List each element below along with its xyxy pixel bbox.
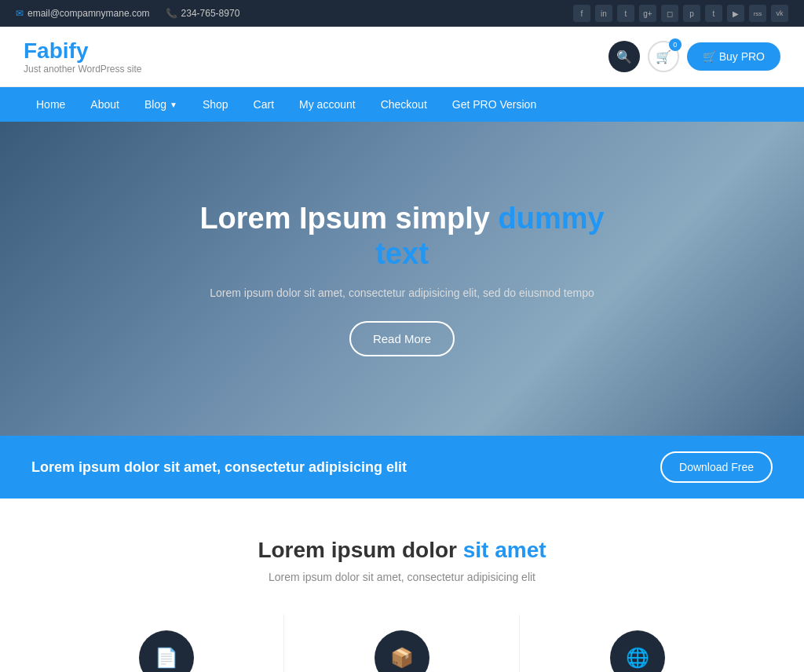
nav-home-label: Home: [36, 98, 65, 111]
social-links: f in t g+ ◻ p t ▶ rss vk: [573, 5, 788, 22]
feature-item-1: 📄: [49, 615, 284, 672]
features-title: Lorem ipsum dolor sit amet: [31, 538, 773, 563]
nav-about[interactable]: About: [78, 87, 132, 122]
vk-icon[interactable]: vk: [771, 5, 788, 22]
logo[interactable]: Fabify Just another WordPress site: [24, 38, 142, 75]
hero-button-label: Read More: [373, 332, 431, 345]
site-header: Fabify Just another WordPress site 🔍 🛒 0…: [0, 27, 804, 87]
nav-get-pro[interactable]: Get PRO Version: [440, 87, 549, 122]
nav-cart[interactable]: Cart: [241, 87, 287, 122]
facebook-icon[interactable]: f: [573, 5, 590, 22]
cta-text: Lorem ipsum dolor sit amet, consectetur …: [31, 459, 407, 476]
search-button[interactable]: 🔍: [608, 41, 640, 72]
cart-icon: 🛒: [656, 49, 671, 64]
nav-home[interactable]: Home: [24, 87, 78, 122]
feature-icon-1: 📄: [139, 630, 194, 672]
cart-badge: 0: [669, 38, 682, 51]
blog-dropdown-icon: ▼: [170, 100, 177, 109]
hero-section: Lorem Ipsum simply dummy text Lorem ipsu…: [0, 122, 804, 436]
features-title-highlight: sit amet: [463, 538, 546, 562]
rss-icon[interactable]: rss: [749, 5, 766, 22]
hero-content: Lorem Ipsum simply dummy text Lorem ipsu…: [166, 185, 638, 373]
nav-my-account-label: My account: [299, 98, 356, 111]
hero-title-part1: Lorem Ipsum simply: [199, 202, 498, 235]
hero-read-more-button[interactable]: Read More: [349, 321, 455, 356]
logo-subtitle: Just another WordPress site: [24, 64, 142, 75]
youtube-icon[interactable]: ▶: [727, 5, 744, 22]
hero-title: Lorem Ipsum simply dummy text: [182, 201, 622, 272]
nav-blog[interactable]: Blog ▼: [132, 87, 190, 122]
feature-icon-3: 🌐: [610, 630, 665, 672]
buy-pro-button[interactable]: 🛒 Buy PRO: [687, 42, 780, 71]
nav-checkout[interactable]: Checkout: [368, 87, 440, 122]
phone-contact: 📞 234-765-8970: [166, 8, 240, 19]
feature-icon-2: 📦: [375, 630, 429, 672]
twitter-icon[interactable]: t: [617, 5, 634, 22]
cart-button[interactable]: 🛒 0: [648, 41, 679, 72]
tumblr-icon[interactable]: t: [705, 5, 722, 22]
features-subtitle: Lorem ipsum dolor sit amet, consectetur …: [31, 571, 773, 583]
buy-pro-label: 🛒 Buy PRO: [703, 50, 765, 63]
feature-icon-3-symbol: 🌐: [626, 647, 649, 669]
features-section: Lorem ipsum dolor sit amet Lorem ipsum d…: [0, 499, 804, 672]
features-row: 📄 📦 🌐: [31, 615, 773, 672]
instagram-icon[interactable]: ◻: [661, 5, 678, 22]
linkedin-icon[interactable]: in: [595, 5, 612, 22]
phone-text: 234-765-8970: [181, 8, 240, 19]
header-actions: 🔍 🛒 0 🛒 Buy PRO: [608, 41, 780, 72]
top-bar: ✉ email@compamnymane.com 📞 234-765-8970 …: [0, 0, 804, 27]
email-text: email@compamnymane.com: [27, 8, 150, 19]
nav-blog-label: Blog: [144, 98, 166, 111]
nav-get-pro-label: Get PRO Version: [452, 98, 536, 111]
feature-item-3: 🌐: [520, 615, 755, 672]
feature-icon-1-symbol: 📄: [155, 647, 178, 669]
nav-cart-label: Cart: [254, 98, 274, 111]
cta-strip: Lorem ipsum dolor sit amet, consectetur …: [0, 436, 804, 499]
feature-icon-2-symbol: 📦: [390, 647, 414, 669]
feature-item-2: 📦: [284, 615, 520, 672]
nav-shop[interactable]: Shop: [190, 87, 241, 122]
download-free-label: Download Free: [679, 461, 754, 473]
main-navigation: Home About Blog ▼ Shop Cart My account C…: [0, 87, 804, 122]
email-icon: ✉: [16, 8, 24, 19]
hero-subtitle: Lorem ipsum dolor sit amet, consectetur …: [182, 284, 622, 301]
google-plus-icon[interactable]: g+: [639, 5, 656, 22]
nav-checkout-label: Checkout: [381, 98, 427, 111]
nav-about-label: About: [90, 98, 119, 111]
phone-icon: 📞: [166, 8, 177, 19]
nav-my-account[interactable]: My account: [287, 87, 368, 122]
features-title-part1: Lorem ipsum dolor: [258, 538, 462, 562]
nav-shop-label: Shop: [203, 98, 228, 111]
logo-title: Fabify: [24, 38, 142, 64]
pinterest-icon[interactable]: p: [683, 5, 700, 22]
search-icon: 🔍: [616, 49, 632, 64]
email-contact: ✉ email@compamnymane.com: [16, 8, 150, 19]
download-free-button[interactable]: Download Free: [660, 451, 773, 483]
top-bar-contact: ✉ email@compamnymane.com 📞 234-765-8970: [16, 8, 239, 19]
